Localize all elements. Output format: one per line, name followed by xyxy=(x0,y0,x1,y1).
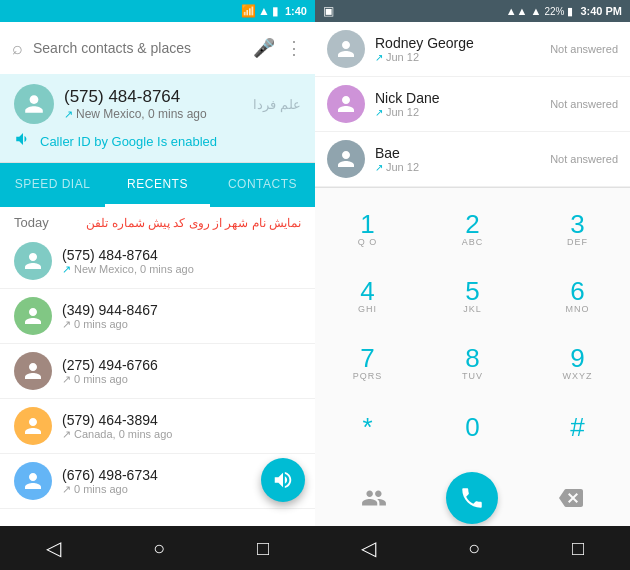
tabs-bar: SPEED DIAL RECENTS CONTACTS xyxy=(0,163,315,207)
call-item[interactable]: (275) 494-6766 ↗ 0 mins ago xyxy=(0,344,315,399)
outgoing-arrow: ↗ xyxy=(64,108,73,121)
home-button-right[interactable]: ○ xyxy=(468,537,480,560)
call-item[interactable]: (676) 498-6734 ↗ 0 mins ago xyxy=(0,454,315,509)
dial-key-9[interactable]: 9 WXYZ xyxy=(525,331,630,398)
contacts-button[interactable] xyxy=(353,477,395,519)
recent-info: Rodney George ↗ Jun 12 xyxy=(375,35,540,63)
right-panel: ▣ ▲▲ ▲ 22% ▮ 3:40 PM Rodney George ↗ Jun… xyxy=(315,0,630,570)
dial-key-2[interactable]: 2 ABC xyxy=(420,196,525,263)
wifi-icon: 📶 xyxy=(241,4,256,18)
call-avatar xyxy=(14,242,52,280)
caller-avatar xyxy=(14,84,54,124)
caller-location: ↗ New Mexico, 0 mins ago xyxy=(64,107,243,121)
call-button[interactable] xyxy=(446,472,498,524)
home-button[interactable]: ○ xyxy=(153,537,165,560)
dialpad-grid: 1 Q O 2 ABC 3 DEF 4 GHI 5 JKL 6 MNO xyxy=(315,196,630,470)
call-avatar xyxy=(14,352,52,390)
caller-id-icon xyxy=(14,130,32,152)
call-avatar xyxy=(14,297,52,335)
status-icons-right: ▲▲ ▲ 22% ▮ 3:40 PM xyxy=(506,5,622,18)
dialpad-fab[interactable] xyxy=(261,458,305,502)
delete-button[interactable] xyxy=(550,477,592,519)
recents-list: Today نمایش نام شهر از روی کد پیش شماره … xyxy=(0,207,315,526)
promo-text: نمایش نام شهر از روی کد پیش شماره تلفن xyxy=(86,216,301,230)
recent-avatar xyxy=(327,140,365,178)
caller-id-text: Caller ID by Google Is enabled xyxy=(40,134,217,149)
call-item[interactable]: (349) 944-8467 ↗ 0 mins ago xyxy=(0,289,315,344)
status-time-left: 1:40 xyxy=(285,5,307,17)
wifi-icon-right: ▲ xyxy=(531,5,542,17)
dial-key-4[interactable]: 4 GHI xyxy=(315,263,420,330)
caller-id-row: Caller ID by Google Is enabled xyxy=(14,130,301,152)
call-item[interactable]: (579) 464-3894 ↗ Canada, 0 mins ago xyxy=(0,399,315,454)
recents-button-right[interactable]: □ xyxy=(572,537,584,560)
battery-level: 22% xyxy=(544,6,564,17)
arrow-icon: ↗ xyxy=(375,162,383,173)
mic-icon[interactable]: 🎤 xyxy=(253,37,275,59)
back-button-right[interactable]: ◁ xyxy=(361,536,376,560)
arrow-icon: ↗ xyxy=(375,52,383,63)
arrow-icon: ↗ xyxy=(62,428,71,441)
signal-icon: ▲ xyxy=(258,4,270,18)
dial-key-1[interactable]: 1 Q O xyxy=(315,196,420,263)
recents-button[interactable]: □ xyxy=(257,537,269,560)
recent-call-item[interactable]: Rodney George ↗ Jun 12 Not answered xyxy=(315,22,630,77)
more-options-icon[interactable]: ⋮ xyxy=(285,37,303,59)
recent-info: Bae ↗ Jun 12 xyxy=(375,145,540,173)
signal-icon-right: ▲▲ xyxy=(506,5,528,17)
call-info: (349) 944-8467 ↗ 0 mins ago xyxy=(62,302,301,331)
arrow-icon: ↗ xyxy=(62,318,71,331)
call-info: (579) 464-3894 ↗ Canada, 0 mins ago xyxy=(62,412,301,441)
notification-icon: ▣ xyxy=(323,4,334,18)
nav-bar-right: ◁ ○ □ xyxy=(315,526,630,570)
dial-key-6[interactable]: 6 MNO xyxy=(525,263,630,330)
arrow-icon: ↗ xyxy=(62,483,71,496)
search-bar: ⌕ 🎤 ⋮ xyxy=(0,22,315,74)
watermark: علم فردا xyxy=(253,97,301,112)
call-info: (275) 494-6766 ↗ 0 mins ago xyxy=(62,357,301,386)
today-label: Today xyxy=(14,215,49,230)
nav-bar-left: ◁ ○ □ xyxy=(0,526,315,570)
search-icon: ⌕ xyxy=(12,38,23,59)
call-status: Not answered xyxy=(550,153,618,165)
dial-key-7[interactable]: 7 PQRS xyxy=(315,331,420,398)
back-button[interactable]: ◁ xyxy=(46,536,61,560)
arrow-icon: ↗ xyxy=(62,373,71,386)
call-avatar xyxy=(14,407,52,445)
caller-details: (575) 484-8764 ↗ New Mexico, 0 mins ago xyxy=(64,87,243,121)
status-bar-left: 📶 ▲ ▮ 1:40 xyxy=(0,0,315,22)
search-input[interactable] xyxy=(33,40,243,56)
dialpad: 1 Q O 2 ABC 3 DEF 4 GHI 5 JKL 6 MNO xyxy=(315,188,630,526)
dial-key-hash[interactable]: # xyxy=(525,398,630,470)
call-avatar xyxy=(14,462,52,500)
arrow-icon: ↗ xyxy=(375,107,383,118)
status-time-right: 3:40 PM xyxy=(580,5,622,17)
recent-info: Nick Dane ↗ Jun 12 xyxy=(375,90,540,118)
call-info: (575) 484-8764 ↗ New Mexico, 0 mins ago xyxy=(62,247,301,276)
dial-key-0[interactable]: 0 xyxy=(420,398,525,470)
battery-icon-right: ▮ xyxy=(567,5,573,18)
dial-key-star[interactable]: * xyxy=(315,398,420,470)
dial-key-8[interactable]: 8 TUV xyxy=(420,331,525,398)
recent-avatar xyxy=(327,85,365,123)
left-panel: 📶 ▲ ▮ 1:40 ⌕ 🎤 ⋮ (575) 484-8764 ↗ New Me… xyxy=(0,0,315,570)
call-status: Not answered xyxy=(550,43,618,55)
caller-number: (575) 484-8764 xyxy=(64,87,243,107)
call-status: Not answered xyxy=(550,98,618,110)
status-bar-right: ▣ ▲▲ ▲ 22% ▮ 3:40 PM xyxy=(315,0,630,22)
recent-avatar xyxy=(327,30,365,68)
recent-call-item[interactable]: Nick Dane ↗ Jun 12 Not answered xyxy=(315,77,630,132)
dial-key-3[interactable]: 3 DEF xyxy=(525,196,630,263)
call-item[interactable]: (575) 484-8764 ↗ New Mexico, 0 mins ago xyxy=(0,234,315,289)
recent-call-item[interactable]: Bae ↗ Jun 12 Not answered xyxy=(315,132,630,187)
tab-recents[interactable]: RECENTS xyxy=(105,163,210,207)
battery-icon: ▮ xyxy=(272,4,279,18)
recent-calls-list: Rodney George ↗ Jun 12 Not answered Nick… xyxy=(315,22,630,187)
arrow-icon: ↗ xyxy=(62,263,71,276)
today-header: Today نمایش نام شهر از روی کد پیش شماره … xyxy=(0,207,315,234)
dialpad-bottom xyxy=(315,470,630,526)
tab-speed-dial[interactable]: SPEED DIAL xyxy=(0,163,105,207)
tab-contacts[interactable]: CONTACTS xyxy=(210,163,315,207)
dial-key-5[interactable]: 5 JKL xyxy=(420,263,525,330)
caller-info-card: (575) 484-8764 ↗ New Mexico, 0 mins ago … xyxy=(0,74,315,163)
